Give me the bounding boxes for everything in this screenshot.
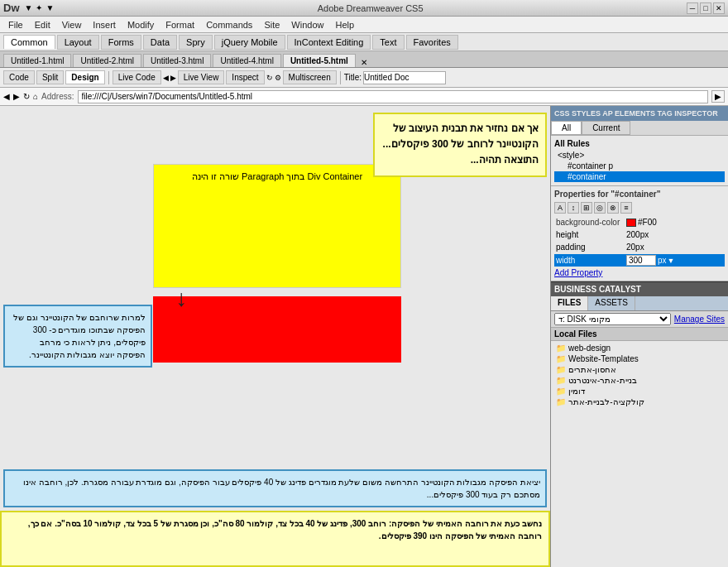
nav-fwd2[interactable]: ▶ bbox=[13, 92, 20, 101]
props-icon-x[interactable]: ⊗ bbox=[607, 202, 619, 214]
toolbar-icons: ◀ ▶ bbox=[163, 74, 176, 82]
title-input[interactable] bbox=[363, 71, 446, 84]
file-domain[interactable]: 📁 דומין bbox=[553, 386, 726, 396]
insert-tab-common[interactable]: Common bbox=[3, 35, 55, 49]
nav-back2[interactable]: ◀ bbox=[3, 92, 10, 101]
rule-container-p[interactable]: #container p bbox=[554, 161, 725, 171]
drive-select[interactable]: ד: DISK מקומי bbox=[554, 313, 671, 325]
prop-height-name: height bbox=[556, 230, 626, 239]
arrow-up: ↑ bbox=[175, 288, 187, 315]
props-icon-a[interactable]: A bbox=[554, 202, 566, 214]
bc-panel: BUSINESS CATALYST bbox=[551, 281, 728, 296]
address-go[interactable]: ▶ bbox=[711, 90, 725, 103]
insert-tab-layout[interactable]: Layout bbox=[57, 35, 99, 50]
css-panel-tabs: All Current bbox=[551, 121, 728, 136]
bc-label: BUSINESS CATALYST bbox=[554, 285, 641, 294]
minimize-btn[interactable]: ─ bbox=[687, 2, 698, 14]
doc-tab-5[interactable]: Untitled-5.html bbox=[283, 54, 356, 67]
live-code-button[interactable]: Live Code bbox=[113, 70, 161, 84]
insert-bar: Common Layout Forms Data Spry jQuery Mob… bbox=[0, 33, 728, 51]
title-label: Title: bbox=[344, 73, 362, 82]
doc-tab-2[interactable]: Untitled-2.html bbox=[73, 54, 141, 67]
css-styles-label[interactable]: CSS STYLES AP ELEMENTS TAG INSPECTOR bbox=[554, 109, 718, 118]
doc-tab-1[interactable]: Untitled-1.html bbox=[3, 54, 71, 67]
files-toolbar: ד: DISK מקומי Manage Sites bbox=[551, 311, 728, 328]
menu-file[interactable]: File bbox=[3, 18, 28, 31]
css-tab-current[interactable]: Current bbox=[582, 121, 630, 135]
insert-tab-text[interactable]: Text bbox=[372, 35, 404, 50]
props-title: Properties for "#container" bbox=[554, 190, 725, 199]
props-icon-view[interactable]: ◎ bbox=[594, 202, 606, 214]
insert-tab-forms[interactable]: Forms bbox=[101, 35, 141, 50]
file-website-templates[interactable]: 📁 Website-Templates bbox=[553, 353, 726, 364]
menu-insert[interactable]: Insert bbox=[88, 18, 121, 31]
assets-tab[interactable]: ASSETS bbox=[588, 296, 635, 310]
prop-width-unit: px bbox=[658, 256, 667, 265]
file-hosting[interactable]: 📁 אחסון-אתרים bbox=[553, 364, 726, 375]
refresh2[interactable]: ↻ bbox=[23, 92, 30, 101]
address-label: Address: bbox=[41, 92, 74, 101]
menu-commands[interactable]: Commands bbox=[201, 18, 257, 31]
home-icon[interactable]: ⌂ bbox=[33, 92, 38, 101]
code-button[interactable]: Code bbox=[3, 70, 35, 84]
file-collection[interactable]: 📁 קולקציה-לבניית-אתר bbox=[553, 396, 726, 407]
insert-tab-data[interactable]: Data bbox=[143, 35, 177, 50]
menu-help[interactable]: Help bbox=[330, 18, 359, 31]
file-label-6: קולקציה-לבניית-אתר bbox=[568, 397, 644, 406]
insert-tab-spry[interactable]: Spry bbox=[179, 35, 213, 50]
address-bar: ◀ ▶ ↻ ⌂ Address: ▶ bbox=[0, 88, 728, 106]
file-label-4: בניית-אתר-אינטרנט bbox=[568, 376, 637, 385]
insert-tab-fav[interactable]: Favorites bbox=[406, 35, 458, 50]
title-bar: Dw ▼ ✦ ▼ Adobe Dreamweaver CS5 ─ □ ✕ bbox=[0, 0, 728, 17]
menu-window[interactable]: Window bbox=[286, 18, 328, 31]
menu-view[interactable]: View bbox=[57, 18, 87, 31]
split-button[interactable]: Split bbox=[36, 70, 64, 84]
insert-tab-inctx[interactable]: InContext Editing bbox=[287, 35, 371, 50]
prop-unit-dropdown[interactable]: ▼ bbox=[668, 257, 675, 265]
color-swatch[interactable] bbox=[626, 219, 636, 227]
prop-padding-name: padding bbox=[556, 243, 626, 252]
menu-format[interactable]: Format bbox=[160, 18, 199, 31]
settings-icon[interactable]: ⚙ bbox=[275, 74, 281, 82]
prop-width-input[interactable] bbox=[626, 255, 656, 266]
doc-tab-3[interactable]: Untitled-3.html bbox=[143, 54, 211, 67]
props-icon-grid[interactable]: ⊞ bbox=[581, 202, 592, 214]
prop-height-row: height 200px bbox=[554, 229, 725, 240]
doc-tab-4[interactable]: Untitled-4.html bbox=[213, 54, 280, 67]
nav-fwd[interactable]: ▶ bbox=[170, 74, 176, 82]
css-panel-content: All Rules <style> #container p #containe… bbox=[551, 136, 728, 186]
maximize-btn[interactable]: □ bbox=[700, 2, 711, 14]
doc-tab-close[interactable]: ✕ bbox=[361, 58, 367, 67]
rule-style[interactable]: <style> bbox=[554, 150, 725, 161]
prop-width-row: width px ▼ bbox=[554, 254, 725, 267]
callout-left-text: למרות שרוחבם של הקונטיינר וגם של הפיסקה … bbox=[13, 313, 146, 359]
props-icon-sort[interactable]: ↕ bbox=[568, 202, 579, 214]
files-tab[interactable]: FILES bbox=[551, 296, 588, 310]
close-btn[interactable]: ✕ bbox=[713, 2, 725, 14]
address-input[interactable] bbox=[78, 90, 708, 103]
add-property-row[interactable]: Add Property bbox=[554, 268, 725, 277]
multiscreen-button[interactable]: Multiscreen bbox=[283, 70, 337, 84]
title-icon2[interactable]: ✦ bbox=[36, 3, 42, 12]
insert-tab-jqm[interactable]: jQuery Mobile bbox=[214, 35, 285, 50]
file-build[interactable]: 📁 בניית-אתר-אינטרנט bbox=[553, 375, 726, 386]
menu-modify[interactable]: Modify bbox=[122, 18, 159, 31]
live-view-button[interactable]: Live View bbox=[178, 70, 225, 84]
files-tree: 📁 web-design 📁 Website-Templates 📁 אחסון… bbox=[551, 341, 728, 567]
rule-container[interactable]: #container bbox=[554, 171, 725, 182]
prop-bg-name: background-color bbox=[556, 218, 626, 227]
file-label-3: אחסון-אתרים bbox=[568, 365, 616, 374]
menu-edit[interactable]: Edit bbox=[30, 18, 55, 31]
css-tab-all[interactable]: All bbox=[551, 121, 582, 135]
toolbar-separator2 bbox=[340, 71, 341, 84]
title-icon3[interactable]: ▼ bbox=[46, 3, 54, 12]
inspect-button[interactable]: Inspect bbox=[226, 70, 264, 84]
refresh-icon[interactable]: ↻ bbox=[266, 74, 273, 82]
menu-site[interactable]: Site bbox=[259, 18, 285, 31]
nav-back[interactable]: ◀ bbox=[163, 74, 169, 82]
manage-sites-link[interactable]: Manage Sites bbox=[674, 315, 725, 324]
design-button[interactable]: Design bbox=[65, 70, 104, 84]
props-icon-menu[interactable]: ≡ bbox=[620, 202, 632, 214]
title-icon1[interactable]: ▼ bbox=[25, 3, 33, 12]
file-web-design[interactable]: 📁 web-design bbox=[553, 343, 726, 353]
